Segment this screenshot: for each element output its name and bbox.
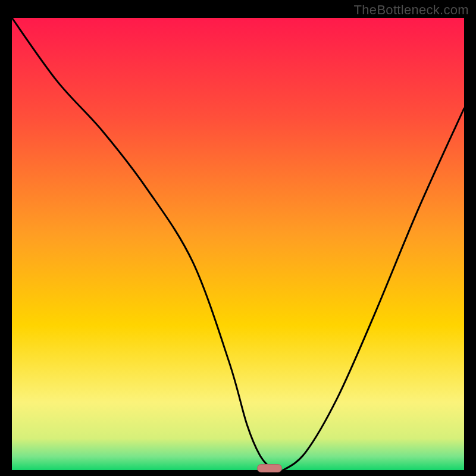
chart-svg: [12, 18, 464, 470]
chart-plot-area: [12, 18, 464, 470]
optimal-marker: [257, 464, 282, 472]
chart-frame: TheBottleneck.com: [0, 0, 476, 476]
gradient-background: [12, 18, 464, 470]
watermark-text: TheBottleneck.com: [354, 2, 469, 18]
